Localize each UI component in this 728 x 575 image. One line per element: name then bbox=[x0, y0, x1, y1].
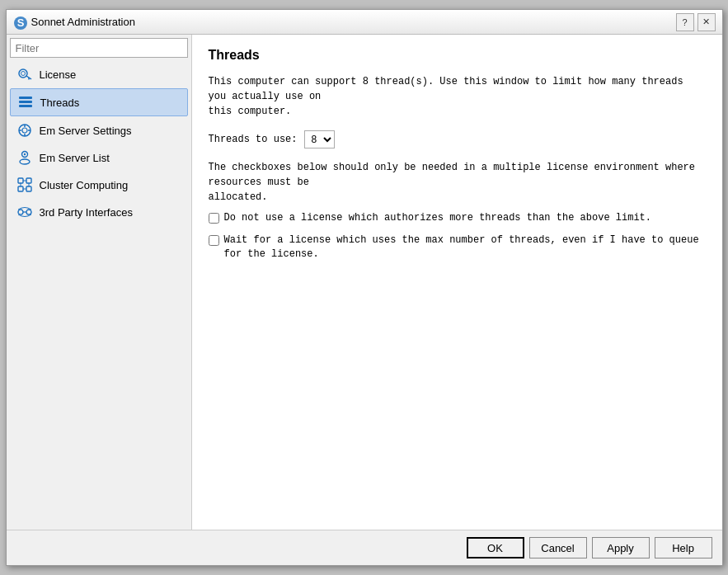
sidebar-item-em-server-list[interactable]: Em Server List bbox=[10, 144, 188, 171]
svg-point-26 bbox=[18, 210, 23, 214]
checkbox-description: The checkboxes below should only be need… bbox=[209, 160, 706, 205]
apply-button[interactable]: Apply bbox=[592, 537, 650, 559]
sidebar-label-cluster-computing: Cluster Computing bbox=[40, 179, 129, 191]
sidebar-item-threads[interactable]: Threads bbox=[10, 88, 188, 116]
sidebar-item-license[interactable]: License bbox=[10, 61, 188, 87]
sidebar-label-3rd-party-interfaces: 3rd Party Interfaces bbox=[40, 206, 133, 219]
svg-rect-6 bbox=[19, 97, 32, 99]
help-button[interactable]: ? bbox=[676, 13, 694, 31]
checkbox-row-2: Wait for a license which uses the max nu… bbox=[209, 233, 706, 262]
svg-point-2 bbox=[19, 69, 27, 78]
svg-point-3 bbox=[21, 72, 25, 76]
checkbox-row-1: Do not use a license which authorizes mo… bbox=[209, 211, 706, 225]
sidebar-label-threads: Threads bbox=[40, 97, 80, 109]
server-settings-icon bbox=[16, 122, 33, 139]
checkbox-section: The checkboxes below should only be need… bbox=[209, 160, 706, 261]
app-icon: S bbox=[13, 16, 26, 29]
threads-icon bbox=[17, 94, 34, 111]
svg-point-16 bbox=[23, 153, 25, 155]
sidebar-label-license: License bbox=[40, 68, 77, 81]
threads-select[interactable]: 8 1 2 3 4 5 6 7 bbox=[304, 130, 335, 148]
svg-point-17 bbox=[20, 159, 30, 164]
description-text: This computer can support 8 thread(s). U… bbox=[209, 74, 706, 119]
sidebar: License Threads bbox=[7, 35, 192, 530]
help-footer-button[interactable]: Help bbox=[655, 537, 712, 559]
checkbox-no-extra-license[interactable] bbox=[209, 213, 219, 224]
footer: OK Cancel Apply Help bbox=[7, 530, 722, 565]
cancel-button[interactable]: Cancel bbox=[529, 537, 587, 559]
svg-rect-20 bbox=[18, 186, 23, 191]
title-bar-buttons: ? ✕ bbox=[676, 13, 716, 31]
sidebar-label-em-server-list: Em Server List bbox=[40, 152, 110, 164]
ok-button[interactable]: OK bbox=[467, 537, 524, 559]
checkbox-1-label: Do not use a license which authorizes mo… bbox=[224, 211, 651, 225]
sidebar-item-cluster-computing[interactable]: Cluster Computing bbox=[10, 172, 188, 198]
content-area: Threads This computer can support 8 thre… bbox=[192, 35, 722, 530]
title-bar: S Sonnet Administration ? ✕ bbox=[7, 10, 722, 35]
window-title: Sonnet Administration bbox=[31, 16, 676, 28]
svg-rect-18 bbox=[18, 178, 23, 183]
svg-point-27 bbox=[26, 210, 31, 214]
threads-label: Threads to use: bbox=[209, 134, 298, 145]
checkbox-wait-license[interactable] bbox=[209, 235, 219, 246]
server-list-icon bbox=[16, 149, 33, 166]
close-button[interactable]: ✕ bbox=[697, 13, 716, 31]
sidebar-label-em-server-settings: Em Server Settings bbox=[40, 125, 132, 137]
svg-text:S: S bbox=[16, 16, 24, 29]
svg-rect-8 bbox=[19, 105, 32, 107]
key-icon bbox=[16, 66, 33, 82]
dialog-window: S Sonnet Administration ? ✕ bbox=[6, 9, 723, 566]
page-title: Threads bbox=[209, 48, 706, 63]
interfaces-icon bbox=[16, 204, 33, 220]
main-content: License Threads bbox=[7, 35, 722, 530]
filter-input[interactable] bbox=[10, 38, 188, 58]
sidebar-item-em-server-settings[interactable]: Em Server Settings bbox=[10, 117, 188, 144]
svg-rect-19 bbox=[26, 178, 31, 183]
svg-rect-7 bbox=[19, 101, 32, 103]
svg-rect-21 bbox=[26, 186, 31, 191]
checkbox-2-label: Wait for a license which uses the max nu… bbox=[224, 233, 706, 262]
cluster-icon bbox=[16, 177, 33, 193]
svg-point-10 bbox=[22, 128, 27, 133]
threads-row: Threads to use: 8 1 2 3 4 5 6 7 bbox=[209, 130, 706, 148]
sidebar-item-3rd-party-interfaces[interactable]: 3rd Party Interfaces bbox=[10, 199, 188, 225]
